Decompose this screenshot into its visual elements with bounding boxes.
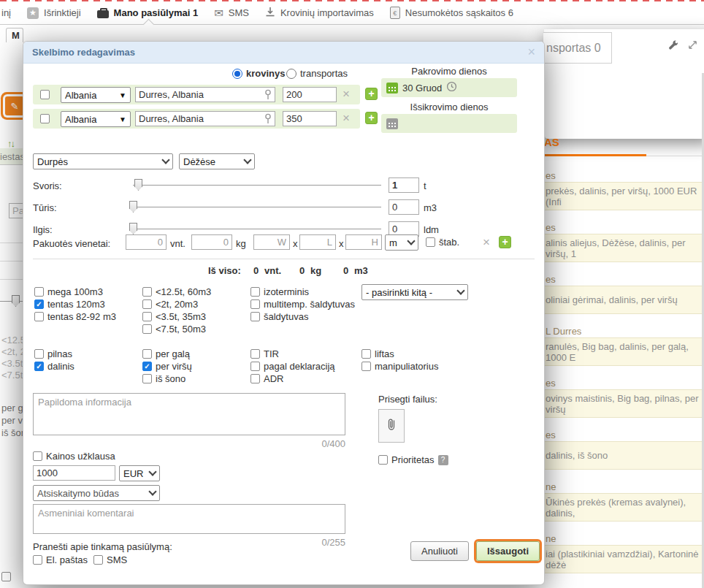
list-item[interactable]: L Durres ranulės, Big bag, dalinis, per …: [544, 320, 704, 372]
attach-file-button[interactable]: [378, 409, 405, 443]
route-row: Albania▼ ×: [33, 85, 360, 104]
checkbox-izoterminis[interactable]: izoterminis: [250, 286, 309, 297]
nav-item-sms[interactable]: ✉ SMS: [214, 7, 249, 20]
checkbox-per-gala[interactable]: per galą: [142, 348, 190, 359]
checkbox-adr[interactable]: ADR: [250, 373, 283, 384]
remove-row-icon[interactable]: ×: [343, 88, 350, 100]
city-input[interactable]: [135, 111, 275, 126]
bg-tab-transportas[interactable]: nsportas 0: [543, 32, 612, 64]
remove-row-icon[interactable]: ×: [343, 112, 350, 124]
save-button[interactable]: Išsaugoti: [476, 541, 540, 561]
bg-checkbox[interactable]: [1, 572, 11, 581]
chevron-down-icon: [456, 286, 464, 294]
help-icon[interactable]: ?: [438, 455, 448, 465]
checkbox-lt2t[interactable]: <2t, 20m3: [142, 299, 198, 310]
checkbox-is-sono[interactable]: iš šono: [142, 373, 185, 384]
package-qty-input[interactable]: [126, 234, 167, 250]
list-item[interactable]: ne iai (plastikiniai vamzdžiai), Kartoni…: [544, 527, 704, 579]
radius-input[interactable]: [283, 111, 337, 126]
checkbox-mega[interactable]: mega 100m3: [34, 286, 103, 297]
list-item[interactable]: es dalinis, iš šono: [544, 424, 704, 476]
radio-krovinys[interactable]: krovinys: [232, 68, 285, 79]
nav-item-isrinktieji[interactable]: ★ Išrinktieji: [27, 7, 81, 19]
package-length-input[interactable]: [299, 234, 336, 250]
list-item[interactable]: ne Ūkinės prekės (kremas avalynei), dali…: [544, 476, 704, 527]
dimension-unit-select[interactable]: m: [385, 234, 418, 251]
length-slider-track[interactable]: [133, 229, 381, 229]
sort-arrows-icon[interactable]: ↑↓: [7, 138, 14, 149]
nav-item-nesumoketos-saskaitos[interactable]: € Nesumokėtos sąskaitos 6: [390, 7, 513, 19]
city-field[interactable]: [135, 87, 275, 102]
radius-input[interactable]: [283, 87, 337, 102]
nav-fragment[interactable]: inį: [1, 7, 11, 18]
clock-icon[interactable]: [446, 81, 457, 95]
currency-select[interactable]: EUR: [119, 465, 160, 481]
unloading-days-field[interactable]: [381, 114, 517, 133]
bg-left-tab-fragment[interactable]: M: [6, 28, 23, 42]
nav-item-mano-pasiulymai[interactable]: Mano pasiūlymai 1: [97, 7, 199, 18]
volume-input[interactable]: [389, 199, 419, 215]
payment-method-select[interactable]: Atsiskaitymo būdas: [33, 485, 160, 501]
nav-item-kroviniu-importavimas[interactable]: Krovinių importavimas: [265, 7, 374, 19]
route-row-checkbox[interactable]: [40, 90, 50, 99]
add-row-button[interactable]: +: [365, 88, 378, 100]
checkbox-lt3-5t[interactable]: <3.5t, 35m3: [142, 311, 206, 322]
expand-icon[interactable]: [687, 39, 698, 53]
loading-days-field[interactable]: 30 Gruod: [381, 78, 517, 97]
notify-email-checkbox[interactable]: El. paštas: [33, 554, 88, 565]
checkbox-tentas-82-92[interactable]: tentas 82-92 m3: [34, 311, 116, 322]
priority-checkbox[interactable]: Prioritetas ?: [378, 454, 448, 465]
checkbox-pagal-deklaracija[interactable]: pagal deklaraciją: [250, 361, 335, 372]
list-item[interactable]: es ovinys maistinis, Big bag, pilnas, pe…: [544, 372, 704, 424]
country-select[interactable]: Albania▼: [61, 87, 131, 103]
other-truck-select[interactable]: - pasirinkti kitą -: [361, 284, 468, 300]
add-package-row-button[interactable]: +: [499, 236, 511, 248]
checkbox-tir[interactable]: TIR: [250, 348, 279, 359]
edit-pencil-button[interactable]: ✎: [5, 96, 24, 115]
radio-transportas-label: transportas: [300, 68, 348, 79]
checkbox-dalinis[interactable]: dalinis: [34, 361, 74, 372]
route-row-checkbox[interactable]: [40, 114, 50, 123]
list-item[interactable]: es prekės, dalinis, per viršų, 1000 EUR …: [544, 164, 704, 216]
checkbox-saldytuvas[interactable]: šaldytuvas: [250, 311, 308, 322]
length-slider-thumb[interactable]: [129, 223, 137, 234]
checkbox-lt7-5t[interactable]: <7.5t, 50m3: [142, 324, 206, 335]
checkbox-per-virsu[interactable]: per viršų: [142, 361, 192, 372]
city-input[interactable]: [135, 87, 275, 102]
package-width-input[interactable]: [253, 234, 290, 250]
checkbox-lt12-5t[interactable]: <12.5t, 60m3: [142, 286, 211, 297]
country-select[interactable]: Albania▼: [61, 111, 131, 127]
checkbox-manipuliatorius[interactable]: manipuliatorius: [361, 361, 438, 372]
additional-info-textarea[interactable]: [33, 393, 345, 435]
stackable-checkbox[interactable]: štab.: [426, 237, 459, 248]
cargo-type-select[interactable]: Durpės: [33, 153, 173, 169]
wrench-icon[interactable]: [667, 39, 678, 53]
notify-sms-checkbox[interactable]: SMS: [93, 554, 127, 565]
remove-package-row-icon[interactable]: ×: [483, 236, 490, 248]
cancel-button[interactable]: Anuliuoti: [410, 541, 469, 561]
package-height-input[interactable]: [345, 234, 382, 250]
weight-slider-track[interactable]: [133, 185, 381, 186]
checkbox-tentas-120[interactable]: tentas 120m3: [34, 299, 105, 310]
volume-slider-track[interactable]: [133, 207, 381, 207]
bg-slider-thumb[interactable]: [12, 295, 20, 307]
weight-input[interactable]: [389, 177, 419, 193]
package-weight-input[interactable]: [191, 234, 232, 250]
list-item[interactable]: es oliniai gėrimai, dalinis, per viršų: [544, 268, 704, 320]
checkbox-multitemp[interactable]: multitemp. šaldytuvas: [250, 299, 355, 310]
volume-slider-thumb[interactable]: [129, 201, 137, 213]
modal-close-icon[interactable]: ×: [527, 45, 535, 60]
price-request-checkbox[interactable]: Kainos užklausa: [33, 451, 115, 462]
location-pin-icon[interactable]: [264, 113, 272, 127]
location-pin-icon[interactable]: [264, 89, 272, 103]
checkbox-pilnas[interactable]: pilnas: [34, 348, 72, 359]
city-field[interactable]: [135, 111, 275, 126]
radio-transportas[interactable]: transportas: [286, 68, 348, 79]
add-row-button[interactable]: +: [365, 112, 378, 124]
checkbox-liftas[interactable]: liftas: [361, 348, 394, 359]
weight-slider-thumb[interactable]: [134, 179, 142, 191]
package-type-select[interactable]: Dėžėse: [179, 153, 255, 169]
price-input[interactable]: [33, 465, 115, 481]
list-item[interactable]: es alinis aliejus, Dėžėse, dalinis, per …: [544, 216, 704, 268]
personal-comments-textarea[interactable]: [33, 504, 345, 534]
